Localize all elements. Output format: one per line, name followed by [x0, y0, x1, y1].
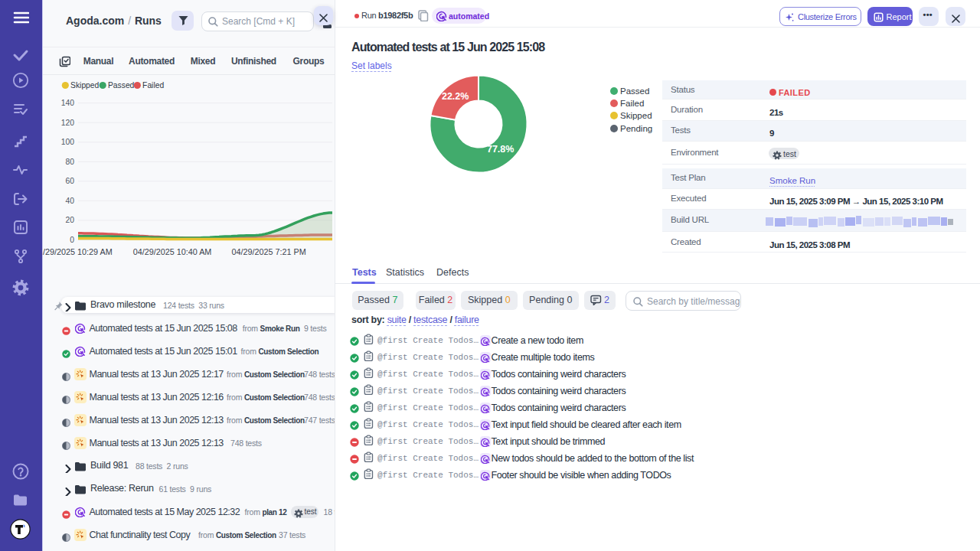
svg-text:40: 40 — [66, 197, 75, 205]
svg-text:100: 100 — [61, 138, 74, 146]
svg-text:04/29/2025 10:40 AM: 04/29/2025 10:40 AM — [133, 247, 212, 256]
svg-text:60: 60 — [66, 177, 75, 185]
svg-text:/29/2025 10:29 AM: /29/2025 10:29 AM — [43, 247, 113, 256]
svg-text:Passed: Passed — [108, 81, 135, 90]
svg-text:0: 0 — [70, 236, 74, 244]
svg-text:04/29/2025 7:21 PM: 04/29/2025 7:21 PM — [231, 247, 305, 256]
svg-text:120: 120 — [61, 119, 74, 127]
svg-text:20: 20 — [66, 216, 75, 224]
svg-text:Skipped: Skipped — [70, 81, 99, 90]
svg-text:140: 140 — [61, 99, 74, 107]
svg-text:77.8%: 77.8% — [487, 144, 514, 155]
svg-text:Failed: Failed — [142, 81, 164, 90]
svg-text:80: 80 — [66, 158, 75, 166]
svg-text:22.2%: 22.2% — [442, 91, 469, 102]
